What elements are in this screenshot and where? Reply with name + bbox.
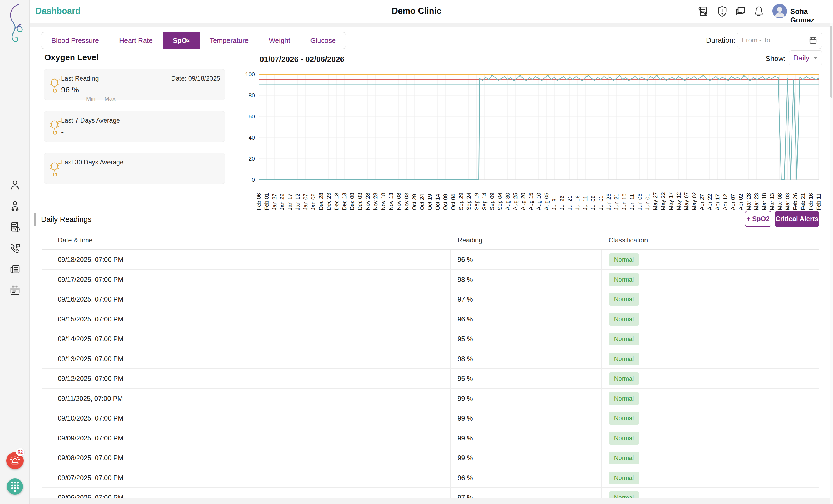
table-row[interactable]: 09/16/2025, 07:00 PM97 %Normal — [42, 289, 818, 309]
x-tick-label: Jun 21 — [613, 194, 620, 210]
call-icon[interactable] — [9, 243, 21, 254]
cell-reading: 97 % — [458, 494, 473, 498]
vertical-scrollbar-thumb[interactable] — [830, 26, 832, 98]
x-tick-label: Jul 21 — [567, 196, 573, 210]
x-tick-label: Sep 19 — [473, 193, 480, 210]
patient-icon[interactable] — [9, 179, 21, 191]
x-tick-label: Apr 17 — [714, 194, 721, 210]
table-row[interactable]: 09/12/2025, 07:00 PM95 %Normal — [42, 369, 818, 388]
user-name[interactable]: Sofia Gomez — [790, 7, 833, 24]
show-select[interactable]: Daily — [789, 50, 822, 66]
cell-reading: 97 % — [458, 296, 473, 303]
classification-badge: Normal — [609, 353, 639, 365]
table-row[interactable]: 09/15/2025, 07:00 PM96 %Normal — [42, 309, 818, 329]
last-7-days-card: Last 7 Days Average - — [44, 111, 225, 142]
news-icon[interactable] — [9, 263, 21, 275]
cell-reading: 99 % — [458, 454, 473, 462]
x-tick-label: Nov 18 — [380, 193, 386, 210]
card-label: Last Reading — [61, 75, 99, 82]
x-tick-label: Mar 08 — [777, 193, 783, 210]
x-tick-label: Jan 07 — [302, 194, 309, 210]
classification-badge: Normal — [609, 293, 639, 306]
x-tick-label: Oct 09 — [442, 194, 449, 210]
column-divider — [450, 488, 451, 498]
table-row[interactable]: 09/18/2025, 07:00 PM96 %Normal — [42, 250, 818, 270]
cell-datetime: 09/14/2025, 07:00 PM — [58, 335, 123, 343]
billing-icon[interactable] — [9, 221, 21, 233]
critical-alerts-button[interactable]: Critical Alerts — [775, 211, 819, 227]
x-tick-label: Nov 08 — [396, 193, 402, 210]
avatar[interactable] — [772, 4, 787, 18]
x-tick-label: Dec 13 — [341, 193, 348, 210]
shield-alert-icon[interactable] — [716, 5, 728, 17]
table-row[interactable]: 09/17/2025, 07:00 PM98 %Normal — [42, 270, 818, 289]
chart-date-range: 01/07/2026 - 02/06/2026 — [260, 55, 344, 64]
x-tick-label: Nov 23 — [372, 193, 379, 210]
dialpad-fab[interactable] — [7, 478, 23, 495]
alerts-count-badge: 62 — [16, 448, 24, 456]
table-row[interactable]: 09/09/2025, 07:00 PM99 %Normal — [42, 428, 818, 448]
x-tick-label: Jan 22 — [279, 194, 285, 210]
x-tick-label: Apr 27 — [699, 194, 705, 210]
x-tick-label: Jan 02 — [310, 194, 316, 210]
card-date: Date: 09/18/2025 — [171, 75, 220, 82]
x-tick-label: Jun 16 — [621, 194, 627, 210]
x-tick-label: May 27 — [652, 192, 659, 210]
tab-blood-pressure[interactable]: Blood Pressure — [41, 32, 109, 49]
col-reading: Reading — [458, 236, 482, 244]
table-row[interactable]: 09/14/2025, 07:00 PM95 %Normal — [42, 329, 818, 349]
cell-reading: 99 % — [458, 395, 473, 402]
tab-heart-rate[interactable]: Heart Rate — [109, 32, 163, 49]
column-divider — [450, 448, 451, 468]
x-tick-label: Apr 02 — [738, 194, 744, 210]
x-tick-label: Dec 18 — [333, 193, 340, 210]
tab-temperature[interactable]: Temperature — [200, 32, 259, 49]
tab-weight[interactable]: Weight — [259, 32, 300, 49]
table-row[interactable]: 09/06/2025, 07:00 PM97 %Normal — [42, 488, 818, 498]
table-row[interactable]: 09/13/2025, 07:00 PM98 %Normal — [42, 349, 818, 369]
column-divider — [450, 369, 451, 388]
x-tick-label: Apr 07 — [730, 194, 736, 210]
oxygen-mask-icon — [49, 162, 62, 176]
tab-glucose[interactable]: Glucose — [300, 32, 346, 49]
cell-datetime: 09/17/2025, 07:00 PM — [58, 276, 123, 283]
x-tick-label: Apr 12 — [722, 194, 729, 210]
oxygen-mask-icon — [49, 120, 62, 134]
x-tick-label: Dec 23 — [326, 193, 332, 210]
x-tick-label: Jan 12 — [294, 194, 301, 210]
calendar-icon[interactable] — [9, 284, 21, 296]
cell-reading: 96 % — [458, 256, 473, 263]
classification-badge: Normal — [609, 333, 639, 345]
table-row[interactable]: 09/08/2025, 07:00 PM99 %Normal — [42, 448, 818, 468]
cell-reading: 96 % — [458, 316, 473, 323]
messages-icon[interactable] — [735, 5, 746, 17]
doctor-icon[interactable] — [9, 200, 21, 212]
x-tick-label: Jul 06 — [590, 196, 596, 210]
x-tick-label: Sep 29 — [458, 193, 464, 210]
column-divider — [601, 349, 602, 369]
notifications-icon[interactable] — [753, 5, 765, 17]
section-title: Daily Readings — [41, 215, 92, 224]
column-divider — [601, 448, 602, 468]
cell-datetime: 09/12/2025, 07:00 PM — [58, 375, 123, 382]
tab-spo2[interactable]: SpO2 — [163, 32, 200, 49]
x-tick-label: Aug 25 — [512, 193, 519, 210]
cell-reading: 99 % — [458, 414, 473, 422]
x-tick-label: Feb 01 — [263, 193, 270, 210]
table-row[interactable]: 09/10/2025, 07:00 PM99 %Normal — [42, 408, 818, 428]
metric-title: Oxygen Level — [44, 53, 99, 62]
add-spo2-button[interactable]: + SpO2 — [745, 211, 771, 227]
cell-reading: 96 % — [458, 474, 473, 482]
duration-range-input[interactable]: From - To — [737, 32, 822, 49]
x-tick-label: Mar 28 — [745, 193, 752, 210]
prescription-icon[interactable] — [697, 5, 709, 17]
x-tick-label: Aug 30 — [504, 193, 511, 210]
x-tick-label: Dec 03 — [357, 193, 363, 210]
cell-reading: 95 % — [458, 375, 473, 382]
horizontal-scrollbar[interactable] — [30, 498, 830, 504]
classification-badge: Normal — [609, 372, 639, 385]
table-row[interactable]: 09/07/2025, 07:00 PM96 %Normal — [42, 468, 818, 488]
y-tick-label: 100 — [237, 71, 255, 78]
table-row[interactable]: 09/11/2025, 07:00 PM99 %Normal — [42, 388, 818, 409]
x-tick-label: Sep 04 — [497, 193, 503, 210]
